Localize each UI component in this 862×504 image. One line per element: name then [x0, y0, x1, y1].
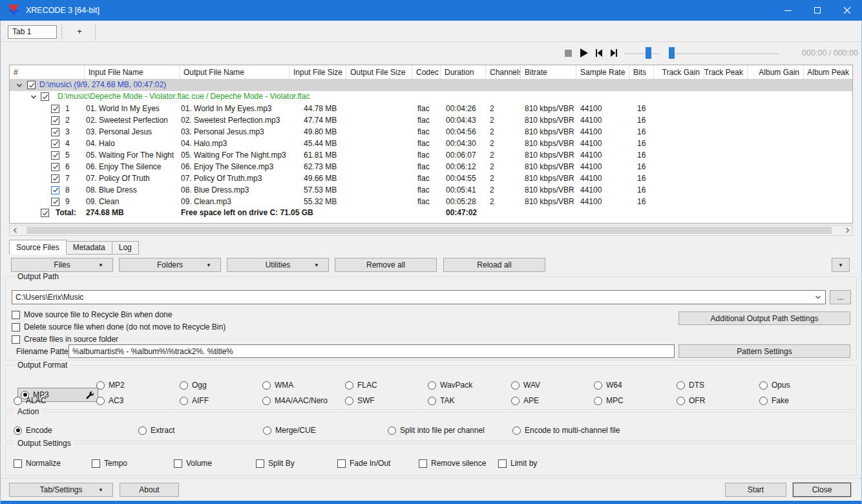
- column-header-input-file-name[interactable]: Input File Name: [85, 65, 180, 79]
- checkbox-create-files-in-source-folder[interactable]: Create files in source folder: [12, 334, 118, 344]
- start-button[interactable]: Start: [725, 483, 786, 497]
- pattern-settings-button[interactable]: Pattern Settings: [678, 344, 850, 358]
- setting-limit-by[interactable]: Limit by: [498, 458, 537, 468]
- checkbox-icon[interactable]: [12, 311, 20, 319]
- checkbox-icon[interactable]: [256, 459, 264, 468]
- tab-metadata[interactable]: Metadata: [67, 241, 112, 255]
- maximize-button[interactable]: [803, 0, 832, 21]
- format-option-mp2[interactable]: MP2: [96, 380, 125, 390]
- previous-track-button[interactable]: [593, 47, 605, 59]
- column-header-sample-rate[interactable]: Sample Rate: [576, 65, 629, 79]
- tab-1[interactable]: Tab 1: [8, 25, 57, 39]
- stop-button[interactable]: [562, 47, 574, 59]
- format-option-wma[interactable]: WMA: [262, 380, 293, 390]
- horizontal-scrollbar[interactable]: [9, 225, 853, 236]
- seek-slider-thumb[interactable]: [669, 47, 675, 59]
- tab-source-files[interactable]: Source Files: [9, 240, 67, 255]
- track-checkbox[interactable]: [51, 151, 59, 160]
- additional-output-path-settings-button[interactable]: Additional Output Path Settings: [678, 311, 850, 325]
- remove-all-button[interactable]: Remove all: [335, 258, 437, 272]
- output-path-input[interactable]: [12, 293, 811, 302]
- total-checkbox[interactable]: [41, 209, 49, 217]
- browse-button[interactable]: ...: [830, 290, 851, 304]
- checkbox-icon[interactable]: [337, 459, 346, 468]
- scrollbar-thumb[interactable]: [26, 227, 832, 234]
- track-checkbox[interactable]: [51, 140, 59, 148]
- format-option-mpc[interactable]: MPC: [594, 395, 624, 406]
- column-header-album-gain[interactable]: Album Gain: [748, 65, 804, 79]
- track-checkbox[interactable]: [51, 116, 59, 125]
- column-header-album-peak[interactable]: Album Peak: [804, 65, 853, 79]
- album-checkbox[interactable]: [41, 92, 49, 101]
- action-option-split-into-file-per-channel[interactable]: Split into file per channel: [388, 425, 485, 436]
- add-tab-button[interactable]: +: [66, 25, 93, 39]
- track-checkbox[interactable]: [51, 198, 59, 206]
- format-option-ogg[interactable]: Ogg: [180, 380, 207, 390]
- root-folder-row[interactable]: D:\music\ (9/9, 274.68 MB, 00:47:02): [10, 79, 852, 91]
- action-option-encode[interactable]: Encode: [14, 425, 52, 436]
- setting-fade-in-out[interactable]: Fade In/Out: [337, 458, 390, 468]
- track-checkbox[interactable]: [51, 174, 59, 183]
- filename-pattern-input[interactable]: [68, 344, 675, 358]
- checkbox-icon[interactable]: [419, 459, 427, 468]
- setting-volume[interactable]: Volume: [174, 458, 212, 468]
- column-header-output-file-size[interactable]: Output File Size: [346, 65, 412, 79]
- utilities-button[interactable]: Utilities▼: [227, 258, 329, 272]
- format-option-m4a-aac-nero[interactable]: M4A/AAC/Nero: [262, 395, 328, 406]
- column-header-channels[interactable]: Channels: [486, 65, 521, 79]
- about-button[interactable]: About: [120, 483, 179, 497]
- track-checkbox[interactable]: [51, 163, 59, 171]
- format-option-tak[interactable]: TAK: [428, 395, 454, 406]
- action-option-merge-cue[interactable]: Merge/CUE: [263, 425, 316, 436]
- checkbox-move-source-file-to-recycle-bin-when-done[interactable]: Move source file to Recycle Bin when don…: [12, 310, 172, 320]
- action-option-encode-to-multi-channel-file[interactable]: Encode to multi-channel file: [512, 425, 620, 436]
- root-folder-checkbox[interactable]: [27, 81, 36, 89]
- checkbox-icon[interactable]: [174, 459, 182, 468]
- checkbox-icon[interactable]: [92, 459, 100, 468]
- files-button[interactable]: Files▼: [11, 258, 113, 272]
- checkbox-icon[interactable]: [14, 459, 22, 468]
- format-option-alac[interactable]: ALAC: [14, 395, 46, 406]
- chevron-down-icon[interactable]: [16, 82, 23, 89]
- format-option-ape[interactable]: APE: [511, 395, 539, 406]
- column-header-[interactable]: #: [10, 65, 85, 79]
- next-track-button[interactable]: [608, 47, 620, 59]
- column-header-output-file-name[interactable]: Output File Name: [180, 65, 289, 79]
- close-button[interactable]: [832, 0, 862, 21]
- track-checkbox[interactable]: [51, 105, 59, 113]
- column-header-duration[interactable]: Duration: [441, 65, 486, 79]
- checkbox-delete-source-file-when-done-do-not-move-to-recycle-bin[interactable]: Delete source file when done (do not mov…: [12, 322, 226, 332]
- track-checkbox[interactable]: [51, 186, 59, 194]
- column-header-codec[interactable]: Codec: [412, 65, 441, 79]
- track-row[interactable]: 303. Personal Jesus03. Personal Jesus.mp…: [10, 126, 852, 138]
- column-header-track-peak[interactable]: Track Peak: [704, 65, 748, 79]
- track-row[interactable]: 505. Waiting For The Night05. Waiting Fo…: [10, 149, 852, 161]
- output-path-combobox[interactable]: [12, 290, 826, 304]
- folders-button[interactable]: Folders▼: [119, 258, 221, 272]
- track-row[interactable]: 808. Blue Dress08. Blue Dress.mp357.53 M…: [10, 184, 852, 196]
- checkbox-icon[interactable]: [12, 323, 20, 331]
- format-option-dts[interactable]: DTS: [677, 380, 704, 390]
- more-options-dropdown-button[interactable]: ▼: [832, 258, 850, 272]
- format-option-ac3[interactable]: AC3: [96, 395, 123, 406]
- scroll-right-button[interactable]: [842, 226, 852, 235]
- format-option-opus[interactable]: Opus: [759, 380, 790, 390]
- track-checkbox[interactable]: [51, 128, 59, 136]
- volume-slider[interactable]: [624, 53, 660, 54]
- track-row[interactable]: 101. World In My Eyes01. World In My Eye…: [10, 103, 852, 114]
- format-option-flac[interactable]: FLAC: [345, 380, 377, 390]
- setting-split-by[interactable]: Split By: [256, 458, 295, 468]
- volume-slider-thumb[interactable]: [646, 47, 651, 59]
- close-window-button[interactable]: Close: [793, 483, 851, 497]
- action-option-extract[interactable]: Extract: [138, 425, 174, 436]
- setting-remove-silence[interactable]: Remove silence: [419, 458, 486, 468]
- reload-all-button[interactable]: Reload all: [443, 258, 545, 272]
- track-row[interactable]: 606. Enjoy The Silence06. Enjoy The Sile…: [10, 161, 852, 173]
- seek-slider[interactable]: [668, 53, 779, 54]
- column-header-track-gain[interactable]: Track Gain: [654, 65, 704, 79]
- format-option-wavpack[interactable]: WavPack: [428, 380, 472, 390]
- format-option-w64[interactable]: W64: [594, 380, 622, 390]
- scroll-left-button[interactable]: [10, 226, 20, 235]
- track-row[interactable]: 404. Halo04. Halo.mp345.44 MBflac00:04:3…: [10, 138, 852, 149]
- play-button[interactable]: [578, 47, 590, 59]
